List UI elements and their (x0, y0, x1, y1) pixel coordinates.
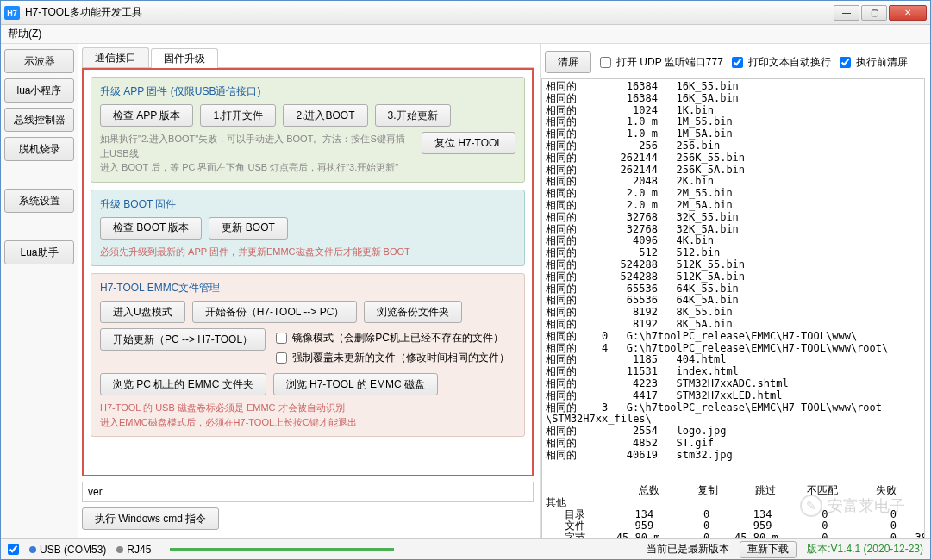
preclear-label: 执行前清屏 (856, 55, 908, 70)
group-emmc-title: H7-TOOL EMMC文件管理 (100, 281, 515, 296)
check-app-version-button[interactable]: 检查 APP 版本 (100, 104, 193, 127)
nav-system-settings[interactable]: 系统设置 (4, 189, 74, 213)
right-pane: 清屏 打开 UDP 监听端口777 打印文本自动换行 执行前清屏 相同的 163… (540, 44, 930, 538)
upgrade-panel: 升级 APP 固件 (仅限USB通信接口) 检查 APP 版本 1.打开文件 2… (82, 68, 534, 476)
nav-lua-script[interactable]: lua小程序 (4, 78, 74, 103)
udp-listen-checkbox[interactable] (600, 57, 611, 68)
center-pane: 通信接口 固件升级 升级 APP 固件 (仅限USB通信接口) 检查 APP 版… (78, 44, 540, 538)
left-nav: 示波器 lua小程序 总线控制器 脱机烧录 系统设置 Lua助手 (1, 44, 78, 538)
minimize-button[interactable]: — (834, 5, 859, 21)
version-label: 版本:V1.4.1 (2020-12-23) (807, 542, 923, 557)
mirror-mode-label: 镜像模式（会删除PC机上已经不存在的文件） (292, 331, 503, 345)
open-file-button[interactable]: 1.打开文件 (200, 104, 276, 127)
titlebar: H7 H7-TOOL多功能开发工具 — ▢ ✕ (1, 1, 930, 25)
udp-listen-label: 打开 UDP 监听端口777 (616, 55, 723, 70)
app-window: H7 H7-TOOL多功能开发工具 — ▢ ✕ 帮助(Z) 示波器 lua小程序… (0, 0, 931, 560)
window-title: H7-TOOL多功能开发工具 (25, 5, 834, 20)
close-button[interactable]: ✕ (889, 5, 927, 21)
mirror-mode-checkbox[interactable] (276, 333, 287, 344)
group-emmc: H7-TOOL EMMC文件管理 进入U盘模式 开始备份（H7-TOOL -->… (91, 273, 525, 437)
rj45-dot-icon (116, 546, 123, 553)
log-output[interactable]: 相同的 16384 16K_55.bin 相同的 16384 16K_5A.bi… (541, 78, 925, 538)
emmc-hint-1: H7-TOOL 的 USB 磁盘卷标必须是 EMMC 才会被自动识别 (100, 401, 515, 415)
auto-wrap-row[interactable]: 打印文本自动换行 (732, 55, 831, 70)
redownload-button[interactable]: 重新下载 (740, 541, 797, 558)
maximize-button[interactable]: ▢ (861, 5, 887, 21)
nav-bus-controller[interactable]: 总线控制器 (4, 108, 74, 132)
udp-listen-row[interactable]: 打开 UDP 监听端口777 (600, 55, 723, 70)
enter-udisk-button[interactable]: 进入U盘模式 (100, 301, 185, 323)
nav-lua-assistant[interactable]: Lua助手 (4, 240, 74, 264)
statusbar: USB (COM53) RJ45 当前已是最新版本 重新下载 版本:V1.4.1… (1, 538, 930, 559)
preclear-row[interactable]: 执行前清屏 (840, 55, 908, 70)
emmc-hint-2: 进入EMMC磁盘模式后，必须在H7-TOOL上长按C键才能退出 (100, 415, 515, 430)
exec-cmd-button[interactable]: 执行 Windows cmd 指令 (82, 507, 219, 530)
group-boot-title: 升级 BOOT 固件 (100, 197, 515, 212)
tab-comm[interactable]: 通信接口 (82, 47, 149, 67)
auto-wrap-label: 打印文本自动换行 (748, 55, 831, 70)
status-rj45: RJ45 (116, 544, 151, 556)
cmd-input[interactable] (82, 482, 534, 502)
tab-firmware-upgrade[interactable]: 固件升级 (151, 48, 218, 68)
menubar: 帮助(Z) (1, 25, 930, 44)
boot-hint: 必须先升级到最新的 APP 固件，并更新EMMC磁盘文件后才能更新 BOOT (100, 245, 515, 259)
preclear-checkbox[interactable] (840, 57, 851, 68)
status-latest: 当前已是最新版本 (647, 542, 729, 557)
force-overwrite-checkbox[interactable] (276, 352, 287, 364)
tabs: 通信接口 固件升级 (82, 47, 534, 68)
group-boot-upgrade: 升级 BOOT 固件 检查 BOOT 版本 更新 BOOT 必须先升级到最新的 … (91, 190, 525, 267)
usb-dot-icon (29, 546, 36, 553)
reset-h7tool-button[interactable]: 复位 H7-TOOL (422, 132, 515, 154)
start-update-emmc-button[interactable]: 开始更新（PC --> H7-TOOL） (100, 328, 266, 351)
check-boot-version-button[interactable]: 检查 BOOT 版本 (100, 217, 202, 240)
force-overwrite-row[interactable]: 强制覆盖未更新的文件（修改时间相同的文件） (276, 351, 509, 365)
group-app-title: 升级 APP 固件 (仅限USB通信接口) (100, 84, 515, 99)
mirror-mode-row[interactable]: 镜像模式（会删除PC机上已经不存在的文件） (276, 331, 509, 345)
auto-wrap-checkbox[interactable] (732, 57, 743, 68)
status-enable-checkbox[interactable] (8, 544, 19, 555)
browse-backup-button[interactable]: 浏览备份文件夹 (364, 301, 462, 323)
browse-h7-emmc-button[interactable]: 浏览 H7-TOOL 的 EMMC 磁盘 (273, 373, 438, 395)
nav-offline-burn[interactable]: 脱机烧录 (4, 137, 74, 161)
clear-log-button[interactable]: 清屏 (545, 51, 591, 73)
browse-pc-emmc-button[interactable]: 浏览 PC 机上的 EMMC 文件夹 (100, 373, 266, 395)
app-hint-2: 进入 BOOT 后，等 PC 界面左下角 USB 灯点亮后，再执行"3.开始更新… (100, 160, 413, 175)
app-hint-1: 如果执行"2.进入BOOT"失败，可以手动进入 BOOT。方法：按住S键再插上U… (100, 132, 413, 160)
nav-oscilloscope[interactable]: 示波器 (4, 49, 74, 73)
force-overwrite-label: 强制覆盖未更新的文件（修改时间相同的文件） (292, 351, 509, 365)
enter-boot-button[interactable]: 2.进入BOOT (283, 104, 367, 127)
app-icon: H7 (4, 6, 20, 20)
update-boot-button[interactable]: 更新 BOOT (209, 217, 287, 240)
progress-bar (170, 548, 394, 551)
status-usb: USB (COM53) (29, 544, 106, 556)
menu-help[interactable]: 帮助(Z) (8, 27, 41, 41)
start-backup-button[interactable]: 开始备份（H7-TOOL --> PC） (192, 301, 358, 323)
group-app-upgrade: 升级 APP 固件 (仅限USB通信接口) 检查 APP 版本 1.打开文件 2… (91, 77, 525, 183)
start-update-button[interactable]: 3.开始更新 (375, 104, 451, 127)
